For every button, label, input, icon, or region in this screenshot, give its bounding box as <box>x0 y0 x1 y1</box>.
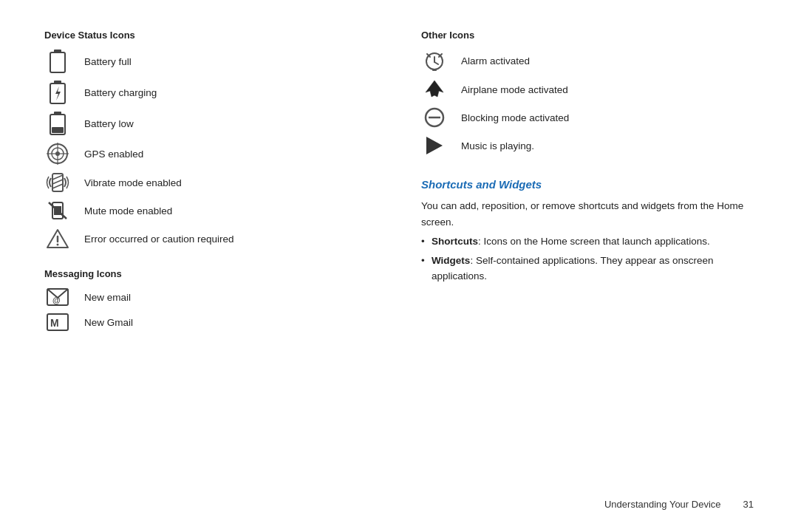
messaging-title: Messaging Icons <box>44 268 377 279</box>
battery-full-label: Battery full <box>84 56 132 67</box>
shortcuts-body: You can add, reposition, or remove short… <box>421 198 754 284</box>
blocking-icon <box>421 107 448 128</box>
svg-text:M: M <box>50 317 59 329</box>
page: Device Status Icons Battery full <box>0 0 798 532</box>
device-status-title: Device Status Icons <box>44 30 377 41</box>
shortcuts-term: Shortcuts <box>432 236 478 247</box>
vibrate-icon <box>44 172 71 193</box>
mute-row: Mute mode enabled <box>44 200 377 221</box>
play-row: Music is playing. <box>421 135 754 156</box>
mute-label: Mute mode enabled <box>84 205 172 216</box>
svg-rect-7 <box>52 127 64 133</box>
blocking-row: Blocking mode activated <box>421 107 754 128</box>
shortcuts-section: Shortcuts and Widgets You can add, repos… <box>421 178 754 288</box>
battery-low-row: Battery low <box>44 112 377 135</box>
alarm-label: Alarm activated <box>461 55 530 66</box>
airplane-row: Airplane mode activated <box>421 79 754 100</box>
battery-full-icon <box>44 50 71 73</box>
email-icon: @ <box>44 288 71 306</box>
footer-chapter: Understanding Your Device <box>604 499 721 510</box>
battery-charging-icon <box>44 81 71 104</box>
battery-low-label: Battery low <box>84 118 134 129</box>
vibrate-label: Vibrate mode enabled <box>84 177 182 188</box>
right-column: Other Icons Alarm activated <box>421 30 754 491</box>
airplane-icon <box>421 79 448 100</box>
svg-line-16 <box>52 184 63 188</box>
svg-marker-35 <box>426 137 443 154</box>
footer-page: 31 <box>743 499 754 510</box>
play-icon <box>421 135 448 156</box>
other-icons-section: Other Icons Alarm activated <box>421 30 754 163</box>
shortcuts-title: Shortcuts and Widgets <box>421 178 754 191</box>
email-row: @ New email <box>44 288 377 306</box>
svg-point-22 <box>57 244 59 246</box>
svg-line-29 <box>434 62 438 64</box>
shortcuts-text: : Icons on the Home screen that launch a… <box>478 236 710 247</box>
left-column: Device Status Icons Battery full <box>44 30 377 491</box>
mute-icon <box>44 200 71 221</box>
gps-row: GPS enabled <box>44 143 377 165</box>
footer: Understanding Your Device 31 <box>44 491 754 510</box>
gmail-icon: M <box>44 313 71 331</box>
widgets-term: Widgets <box>432 255 470 266</box>
battery-low-icon <box>44 112 71 135</box>
blocking-label: Blocking mode activated <box>461 112 569 123</box>
caution-label: Error occurred or caution required <box>84 233 234 245</box>
gps-icon <box>44 143 71 165</box>
shortcuts-bullets: Shortcuts: Icons on the Home screen that… <box>421 234 754 284</box>
other-icons-title: Other Icons <box>421 30 754 41</box>
svg-line-15 <box>52 180 63 184</box>
email-label: New email <box>84 292 131 303</box>
caution-row: Error occurred or caution required <box>44 228 377 249</box>
svg-rect-19 <box>54 206 61 215</box>
messaging-section: Messaging Icons @ New email <box>44 268 377 338</box>
bullet-shortcuts: Shortcuts: Icons on the Home screen that… <box>421 234 754 249</box>
shortcuts-intro: You can add, reposition, or remove short… <box>421 198 754 230</box>
gmail-label: New Gmail <box>84 317 133 328</box>
battery-full-row: Battery full <box>44 50 377 73</box>
airplane-label: Airplane mode activated <box>461 84 568 95</box>
alarm-icon <box>421 50 448 72</box>
gps-label: GPS enabled <box>84 149 143 160</box>
vibrate-row: Vibrate mode enabled <box>44 172 377 193</box>
bullet-widgets: Widgets: Self-contained applications. Th… <box>421 253 754 284</box>
svg-marker-4 <box>55 86 61 100</box>
battery-charging-label: Battery charging <box>84 87 157 98</box>
play-label: Music is playing. <box>461 140 534 151</box>
svg-rect-1 <box>50 52 65 72</box>
svg-line-14 <box>52 175 63 180</box>
battery-charging-row: Battery charging <box>44 81 377 104</box>
content-area: Device Status Icons Battery full <box>44 30 754 491</box>
gmail-row: M New Gmail <box>44 313 377 331</box>
caution-icon <box>44 228 71 249</box>
widgets-text: : Self-contained applications. They appe… <box>432 255 714 281</box>
svg-rect-32 <box>432 69 437 71</box>
alarm-row: Alarm activated <box>421 50 754 72</box>
svg-text:@: @ <box>52 296 61 304</box>
